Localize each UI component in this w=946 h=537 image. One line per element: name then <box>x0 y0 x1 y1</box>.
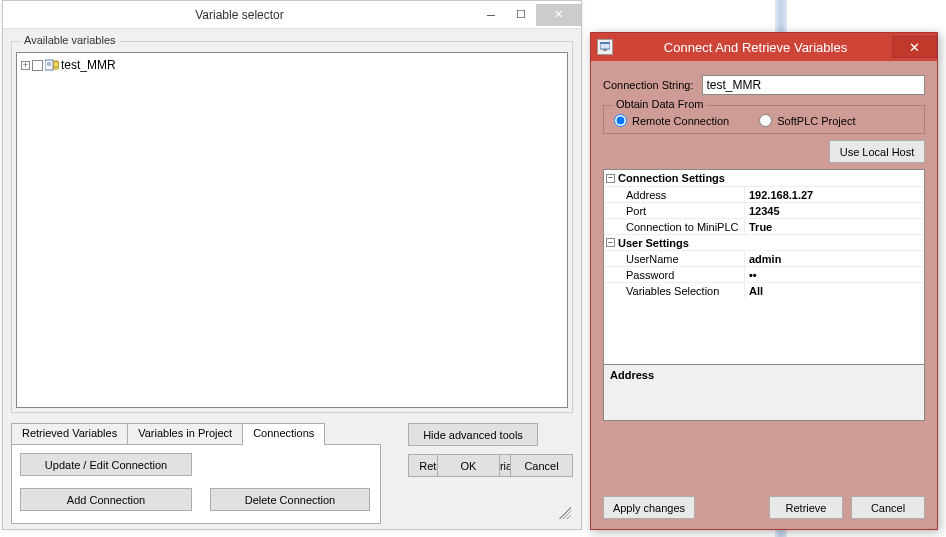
prop-password[interactable]: Password •• <box>604 266 924 282</box>
window-connect-retrieve: Connect And Retrieve Variables ✕ Connect… <box>590 32 938 530</box>
desc-title: Address <box>610 369 654 381</box>
prop-username[interactable]: UserName admin <box>604 250 924 266</box>
svg-point-5 <box>54 67 59 69</box>
titlebar[interactable]: Variable selector ─ ☐ ✕ <box>3 1 581 29</box>
hide-advanced-tools-button[interactable]: Hide advanced tools <box>408 423 538 446</box>
maximize-button[interactable]: ☐ <box>506 4 536 26</box>
variables-tree[interactable]: + test_MMR <box>16 52 568 408</box>
tab-variables-in-project[interactable]: Variables in Project <box>127 423 243 445</box>
close-button[interactable]: ✕ <box>892 36 937 58</box>
prop-address[interactable]: Address 192.168.1.27 <box>604 186 924 202</box>
connection-string-row: Connection String: <box>603 75 925 95</box>
bottom-buttons: Apply changes Retrieve Cancel <box>603 496 925 519</box>
prop-key: Address <box>604 187 744 202</box>
prop-val[interactable]: admin <box>744 251 924 266</box>
connection-string-label: Connection String: <box>603 79 694 91</box>
titlebar[interactable]: Connect And Retrieve Variables ✕ <box>591 33 937 61</box>
window-variable-selector: Variable selector ─ ☐ ✕ Available variab… <box>2 0 582 530</box>
right-buttons-col: Hide advanced tools Return empty variabl… <box>408 423 573 485</box>
update-edit-connection-button[interactable]: Update / Edit Connection <box>20 453 192 476</box>
category-user-settings[interactable]: − User Settings <box>604 234 924 250</box>
tab-retrieved-variables[interactable]: Retrieved Variables <box>11 423 128 445</box>
connections-panel: Update / Edit Connection Add Connection … <box>11 444 381 524</box>
apply-changes-button[interactable]: Apply changes <box>603 496 695 519</box>
prop-variables-selection[interactable]: Variables Selection All <box>604 282 924 298</box>
radio-softplc-label: SoftPLC Project <box>777 115 855 127</box>
tree-checkbox[interactable] <box>32 60 43 71</box>
add-connection-button[interactable]: Add Connection <box>20 488 192 511</box>
cancel-button[interactable]: Cancel <box>851 496 925 519</box>
prop-key: UserName <box>604 251 744 266</box>
available-variables-group: Available variables + test_MMR <box>11 41 573 413</box>
collapse-icon[interactable]: − <box>606 174 615 183</box>
app-icon <box>597 39 613 55</box>
expand-icon[interactable]: + <box>21 61 30 70</box>
prop-val[interactable]: All <box>744 283 924 298</box>
cancel-button[interactable]: Cancel <box>510 454 573 477</box>
ok-button[interactable]: OK <box>437 454 500 477</box>
prop-val[interactable]: 192.168.1.27 <box>744 187 924 202</box>
prop-val[interactable]: •• <box>744 267 924 282</box>
tab-connections[interactable]: Connections <box>242 423 325 445</box>
property-description-box: Address <box>603 365 925 421</box>
prop-key: Variables Selection <box>604 283 744 298</box>
prop-key: Port <box>604 203 744 218</box>
use-local-host-button[interactable]: Use Local Host <box>829 140 925 163</box>
radio-remote-label: Remote Connection <box>632 115 729 127</box>
prop-port[interactable]: Port 12345 <box>604 202 924 218</box>
db-icon <box>45 59 59 71</box>
prop-key: Connection to MiniPLC <box>604 219 744 234</box>
prop-connection-miniplc[interactable]: Connection to MiniPLC True <box>604 218 924 234</box>
window-title: Variable selector <box>3 8 476 22</box>
obtain-data-label: Obtain Data From <box>612 98 707 110</box>
retrieve-button[interactable]: Retrieve <box>769 496 843 519</box>
minimize-button[interactable]: ─ <box>476 4 506 26</box>
property-grid[interactable]: − Connection Settings Address 192.168.1.… <box>603 169 925 365</box>
radio-softplc-project[interactable]: SoftPLC Project <box>759 114 855 127</box>
close-button[interactable]: ✕ <box>536 4 581 26</box>
collapse-icon[interactable]: − <box>606 238 615 247</box>
available-variables-label: Available variables <box>20 34 120 46</box>
tree-root-label: test_MMR <box>61 58 116 72</box>
radio-remote-connection[interactable]: Remote Connection <box>614 114 729 127</box>
svg-rect-8 <box>603 49 607 51</box>
resize-grip-icon[interactable] <box>559 507 571 519</box>
svg-rect-7 <box>600 42 610 44</box>
radio-remote-input[interactable] <box>614 114 627 127</box>
obtain-data-group: Obtain Data From Remote Connection SoftP… <box>603 105 925 134</box>
prop-key: Password <box>604 267 744 282</box>
connection-string-input[interactable] <box>702 75 926 95</box>
delete-connection-button[interactable]: Delete Connection <box>210 488 370 511</box>
tree-row-root[interactable]: + test_MMR <box>21 57 563 73</box>
prop-val[interactable]: 12345 <box>744 203 924 218</box>
prop-val[interactable]: True <box>744 219 924 234</box>
category-connection-settings[interactable]: − Connection Settings <box>604 170 924 186</box>
window-title: Connect And Retrieve Variables <box>619 40 892 55</box>
tabs-row: Retrieved Variables Variables in Project… <box>11 423 324 445</box>
radio-softplc-input[interactable] <box>759 114 772 127</box>
